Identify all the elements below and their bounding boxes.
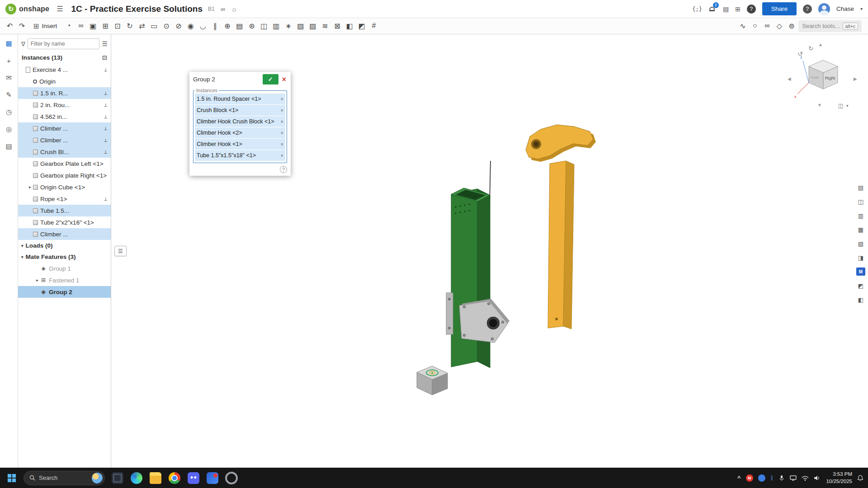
dialog-instance-row[interactable]: 1.5 in. Round Spacer <1>× xyxy=(195,94,285,104)
bom-panel-icon[interactable]: ▤ xyxy=(856,183,865,192)
discord-app-icon[interactable] xyxy=(185,469,202,487)
exploded-view-icon[interactable]: ∗ xyxy=(282,20,294,32)
user-avatar[interactable] xyxy=(818,3,830,15)
help-center-icon[interactable]: ? xyxy=(747,5,756,14)
list-options-icon[interactable]: ☰ xyxy=(102,40,108,47)
volume-icon[interactable] xyxy=(814,475,821,481)
cylindrical-mate-icon[interactable]: ⊙ xyxy=(160,20,172,32)
dialog-instance-row[interactable]: Tube 1.5"x1.5"x18" <1>× xyxy=(195,150,285,161)
show-mates-icon[interactable]: ∞ xyxy=(761,20,773,32)
terminal-app-icon[interactable] xyxy=(109,469,126,487)
mate-feature-item[interactable]: ◈Group 1 xyxy=(18,263,111,274)
mate-connector-icon[interactable]: ⊥ xyxy=(104,114,108,119)
whats-new-icon[interactable]: ▤ xyxy=(723,5,729,13)
named-positions-icon[interactable]: ▨ xyxy=(307,20,319,32)
redo-icon[interactable]: ↷ xyxy=(16,20,28,32)
snap-mode-icon[interactable]: ⊞ xyxy=(99,20,111,32)
utility-app-icon[interactable] xyxy=(223,469,240,487)
mate-feature-item[interactable]: ◈Group 2 xyxy=(18,286,111,298)
side-plate-part[interactable] xyxy=(446,293,453,334)
snapshot-icon[interactable]: ▧ xyxy=(294,20,307,32)
dialog-instance-row[interactable]: Crush Block <1>× xyxy=(195,105,285,116)
insert-button[interactable]: ⊞ Insert xyxy=(29,20,61,32)
rotate-down-icon[interactable]: ▼ xyxy=(817,103,822,108)
tree-item[interactable]: Tube 2"x2"x16" <1> xyxy=(18,216,111,228)
tray-overflow-icon[interactable]: ^ xyxy=(737,474,741,481)
panel-toggle-button[interactable]: ☰ xyxy=(114,246,127,256)
custom-tables-panel-icon[interactable]: ▥ xyxy=(856,211,865,220)
remove-instance-icon[interactable]: × xyxy=(279,119,283,124)
history-panel-icon[interactable]: ◷ xyxy=(3,107,15,117)
slider-mate-icon[interactable]: ⇄ xyxy=(136,20,148,32)
dialog-header[interactable]: Group 2 ✓ × xyxy=(189,72,291,87)
version-badge[interactable]: B1 xyxy=(208,6,215,12)
snap-view-icon[interactable]: ∿ xyxy=(736,20,749,32)
view-cube[interactable]: ↺ ↻ ▲ Right Front z x ◀ ▶ ▼ ◫ ▾ xyxy=(785,39,862,116)
instances-menu-icon[interactable]: ⊡ xyxy=(102,54,107,61)
viewcube-right-face-label[interactable]: Right xyxy=(825,75,835,80)
comments-panel-icon[interactable]: ✉ xyxy=(3,72,15,83)
rotate-cw-icon[interactable]: ↻ xyxy=(808,45,814,52)
bom-icon[interactable]: ▥ xyxy=(270,20,282,32)
view-options-caret-icon[interactable]: ▾ xyxy=(846,103,849,108)
rotate-right-icon[interactable]: ▶ xyxy=(854,76,857,81)
chrome-app-icon[interactable] xyxy=(166,469,183,487)
viewcube-front-face-label[interactable]: Front xyxy=(811,75,819,80)
gearbox-plate-part[interactable] xyxy=(459,299,509,343)
file-explorer-icon[interactable] xyxy=(147,469,164,487)
tree-item[interactable]: Rope <1>⊥ xyxy=(18,193,111,205)
tree-item[interactable]: 1.5 in. R...⊥ xyxy=(18,87,111,99)
remove-instance-icon[interactable]: × xyxy=(279,108,283,113)
chevron-right-icon[interactable]: ▸ xyxy=(34,278,40,282)
tree-item[interactable]: Climber ... xyxy=(18,228,111,240)
mirror-icon[interactable]: ◫ xyxy=(258,20,270,32)
3d-viewport[interactable]: ☰ Group 2 ✓ × Instances 1.5 in. Round Sp… xyxy=(111,34,868,468)
network-icon[interactable] xyxy=(802,475,809,481)
mate-connector-icon[interactable]: ⊥ xyxy=(104,197,108,202)
confirm-button[interactable]: ✓ xyxy=(263,74,278,84)
rotate-up-icon[interactable]: ▲ xyxy=(818,42,823,47)
search-panel-icon[interactable]: ◎ xyxy=(3,124,15,135)
app-tray-icon[interactable] xyxy=(758,474,765,482)
notes-panel-icon[interactable]: ▤ xyxy=(3,141,15,152)
linear-pattern-icon[interactable]: ▤ xyxy=(233,20,245,32)
perspective-icon[interactable]: ◇ xyxy=(773,20,785,32)
media-app-icon[interactable] xyxy=(204,469,221,487)
group-icon[interactable]: ▣ xyxy=(87,20,99,32)
interference-icon[interactable]: ⊠ xyxy=(331,20,343,32)
tree-item[interactable]: Exercise 4 ...⊥ xyxy=(18,64,111,75)
insert-panel-icon[interactable]: + xyxy=(3,55,15,66)
learning-center-icon[interactable]: ⌂ xyxy=(231,5,237,13)
edge-app-icon[interactable] xyxy=(128,469,145,487)
split-view-panel-icon[interactable]: ◧ xyxy=(856,296,865,304)
filter-input[interactable] xyxy=(28,38,100,49)
feature-list-panel-icon[interactable]: ▦ xyxy=(856,225,865,234)
taskbar-clock[interactable]: 3:53 PM 10/25/2025 xyxy=(826,471,852,485)
show-hidden-icon[interactable]: ⊚ xyxy=(785,20,797,32)
section-view-icon[interactable]: ◩ xyxy=(355,20,368,32)
rotate-left-icon[interactable]: ◀ xyxy=(788,76,791,81)
mate-connector-icon[interactable]: ⊥ xyxy=(104,126,108,131)
dev-mode-icon[interactable]: {;} xyxy=(692,6,702,12)
pin-slot-mate-icon[interactable]: ⊘ xyxy=(172,20,184,32)
share-link-icon[interactable]: ∞ xyxy=(219,5,226,13)
mate-features-section-header[interactable]: ▾ Mate Features (3) xyxy=(18,251,111,263)
mate-icon[interactable]: ∞ xyxy=(75,20,87,32)
mate-connector-icon[interactable]: ⊥ xyxy=(104,103,108,108)
mate-connector-icon[interactable]: ⊥ xyxy=(104,138,108,143)
tree-item[interactable]: Tube 1.5... xyxy=(18,205,111,216)
mate-connector-icon[interactable]: ⊥ xyxy=(104,91,108,96)
undo-icon[interactable]: ↶ xyxy=(4,20,16,32)
measure-icon[interactable]: # xyxy=(368,20,380,32)
share-button[interactable]: Share xyxy=(762,2,797,15)
markup-panel-icon[interactable]: ✎ xyxy=(3,89,15,100)
dialog-help-icon[interactable]: ? xyxy=(280,166,287,173)
user-menu-caret-icon[interactable]: ▾ xyxy=(860,6,863,11)
appearance-icon[interactable]: ◧ xyxy=(343,20,355,32)
update-icon[interactable]: ◔ xyxy=(62,20,75,32)
tree-item[interactable]: Origin xyxy=(18,75,111,87)
loads-section-header[interactable]: ▾ Loads (0) xyxy=(18,240,111,251)
mk-addon-panel-icon[interactable]: M xyxy=(856,267,865,276)
tree-item[interactable]: 4.562 in...⊥ xyxy=(18,111,111,122)
display-icon[interactable] xyxy=(790,475,797,481)
